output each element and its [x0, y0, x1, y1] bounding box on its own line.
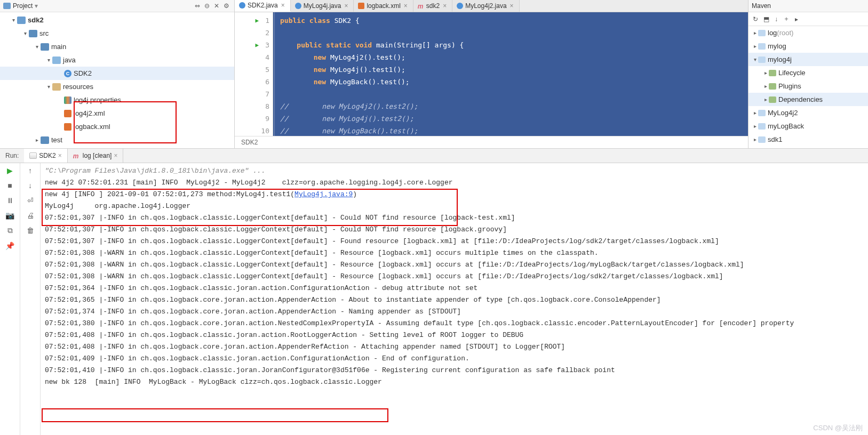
close-icon[interactable]: × [343, 2, 349, 10]
stacktrace-link[interactable]: MyLog4j.java:9 [294, 190, 353, 198]
expand-icon[interactable]: ⇔ [193, 2, 202, 10]
tree-twisty[interactable]: ▸ [762, 96, 769, 102]
softwrap-button[interactable]: ⏎ [27, 196, 34, 205]
maven-tree-row[interactable]: ▸sdk1 [748, 133, 868, 146]
maven-tree[interactable]: ▸log (root)▸mylog▾mylog4j▸Lifecycle▸Plug… [748, 26, 868, 148]
maven-tree-row[interactable]: ▸mylog [748, 39, 868, 53]
console-line: 07:52:01,308 |-WARN in ch.qos.logback.cl… [45, 247, 864, 259]
tree-twisty[interactable]: ▸ [752, 30, 758, 36]
run-button[interactable]: ▶ [7, 166, 13, 175]
tree-label: sdk2 [28, 16, 44, 24]
tree-twisty[interactable]: ▸ [752, 136, 758, 142]
editor-body[interactable]: 1▶23▶45678910 public class SDK2 { public… [235, 12, 748, 136]
hide-icon[interactable]: ✕ [212, 2, 221, 10]
pause-button[interactable]: ⏸ [6, 196, 14, 205]
folder-icon [17, 17, 26, 24]
code-line[interactable] [280, 27, 748, 39]
tree-twisty[interactable]: ▸ [762, 83, 769, 89]
breadcrumb[interactable]: SDK2 [235, 136, 748, 148]
tree-row[interactable]: ▾src [0, 27, 234, 40]
tree-row[interactable]: CSDK2 [0, 67, 234, 80]
tree-twisty[interactable]: ▾ [45, 57, 52, 63]
maven-tree-row[interactable]: ▸Plugins [748, 79, 868, 93]
code-line[interactable]: // new MyLogBack().test(); [280, 125, 748, 136]
run-tab[interactable]: SDK2× [24, 149, 67, 163]
project-header: Project ▾ ⇔ ⊖ ✕ ⚙ [0, 0, 234, 12]
maven-tree-row[interactable]: ▾mylog4j [748, 53, 868, 66]
close-icon[interactable]: × [280, 2, 286, 9]
print-button[interactable]: 🖨 [27, 211, 34, 220]
maven-label: mylog4j [768, 55, 792, 63]
tree-twisty[interactable]: ▸ [752, 110, 758, 116]
tree-row[interactable]: ▾resources [0, 80, 234, 93]
tree-row[interactable]: ▾java [0, 53, 234, 67]
clear-button[interactable]: 🗑 [27, 226, 34, 235]
tree-twisty[interactable]: ▸ [752, 123, 758, 129]
code-line[interactable]: new MyLog4j().test1(); [280, 63, 748, 76]
maven-toolbar-button[interactable]: ＋ [783, 14, 790, 23]
down-button[interactable]: ↓ [28, 181, 32, 190]
maven-tree-row[interactable]: ▸Dependencies [748, 93, 868, 106]
tree-row[interactable]: log4j2.xml [0, 107, 234, 120]
tree-twisty[interactable]: ▾ [10, 17, 17, 23]
code-line[interactable]: public static void main(String[] args) { [280, 39, 748, 51]
maven-tree-row[interactable]: ▸log (root) [748, 26, 868, 39]
code-line[interactable]: new MyLogBack().test(); [280, 76, 748, 88]
maven-tree-row[interactable]: ▸myLogBack [748, 119, 868, 133]
tree-twisty[interactable]: ▸ [762, 70, 769, 76]
close-icon[interactable]: × [403, 2, 409, 10]
editor-tab[interactable]: MyLog4j2.java× [452, 0, 519, 12]
editor-tab[interactable]: logback.xml× [354, 0, 413, 12]
editor-tab[interactable]: msdk2× [413, 0, 452, 12]
code-line[interactable] [280, 88, 748, 100]
run-gutter-icon[interactable]: ▶ [255, 14, 259, 27]
tree-twisty[interactable]: ▾ [33, 44, 41, 50]
maven-toolbar-button[interactable]: ↓ [775, 15, 778, 23]
tree-twisty[interactable]: ▾ [752, 57, 758, 62]
close-icon[interactable]: × [58, 152, 62, 159]
code-line[interactable]: public class SDK2 { [280, 14, 748, 27]
project-view-dropdown[interactable]: ▾ [33, 2, 40, 10]
editor-code[interactable]: public class SDK2 { public static void m… [274, 12, 748, 136]
maven-label: Dependencies [778, 95, 823, 103]
close-icon[interactable]: × [114, 152, 117, 159]
console-output[interactable]: "C:\Program Files\Java\jdk1.8.0_181\bin\… [41, 163, 868, 435]
tree-twisty[interactable]: ▾ [45, 84, 52, 90]
tree-twisty[interactable]: ▸ [752, 43, 758, 49]
settings-icon[interactable]: ⚙ [221, 2, 231, 10]
run-tab[interactable]: mlog [clean]× [68, 149, 124, 163]
stop-button[interactable]: ■ [7, 181, 12, 190]
code-line[interactable]: // new MyLog4j().test2(); [280, 112, 748, 125]
project-icon [3, 3, 11, 9]
tree-row[interactable]: ▾main [0, 40, 234, 53]
project-tree[interactable]: ▾sdk2▾src▾main▾javaCSDK2▾resourceslog4j.… [0, 12, 234, 148]
close-icon[interactable]: × [442, 2, 448, 10]
tree-row[interactable]: ▸test [0, 133, 234, 147]
pin-button[interactable]: 📌 [5, 241, 14, 250]
console-line: 07:52:01,308 |-WARN in ch.qos.logback.cl… [45, 259, 864, 271]
code-line[interactable]: // new MyLog4j2().test2(); [280, 100, 748, 112]
tree-row[interactable]: log4j.properties [0, 93, 234, 107]
tree-row[interactable]: ▾sdk2 [0, 13, 234, 27]
run-gutter-icon[interactable]: ▶ [255, 39, 259, 51]
maven-toolbar-button[interactable]: ▸ [795, 15, 798, 23]
maven-toolbar-button[interactable]: ⬒ [763, 15, 769, 23]
dump-threads-button[interactable]: 📷 [5, 211, 14, 220]
tree-row[interactable]: logback.xml [0, 120, 234, 133]
maven-tree-row[interactable]: ▸Lifecycle [748, 66, 868, 79]
maven-tree-row[interactable]: ▸MyLog4j2 [748, 106, 868, 119]
code-line[interactable]: new MyLog4j2().test(); [280, 51, 748, 63]
editor-tab[interactable]: MyLog4j.java× [291, 0, 354, 12]
maven-label: myLogBack [768, 122, 804, 130]
breadcrumb-item[interactable]: SDK2 [241, 139, 258, 146]
close-icon[interactable]: × [509, 2, 515, 10]
up-button[interactable]: ↑ [28, 166, 32, 175]
maven-toolbar-button[interactable]: ↻ [753, 15, 758, 23]
tree-twisty[interactable]: ▸ [33, 137, 41, 143]
layout-button[interactable]: ⧉ [7, 226, 13, 235]
tree-twisty[interactable]: ▾ [21, 30, 29, 36]
editor-tab[interactable]: SDK2.java× [235, 0, 291, 12]
tab-label: sdk2 [426, 2, 440, 10]
collapse-icon[interactable]: ⊖ [202, 2, 212, 10]
console-line: 07:52:01,374 |-INFO in ch.qos.logback.co… [45, 306, 864, 318]
